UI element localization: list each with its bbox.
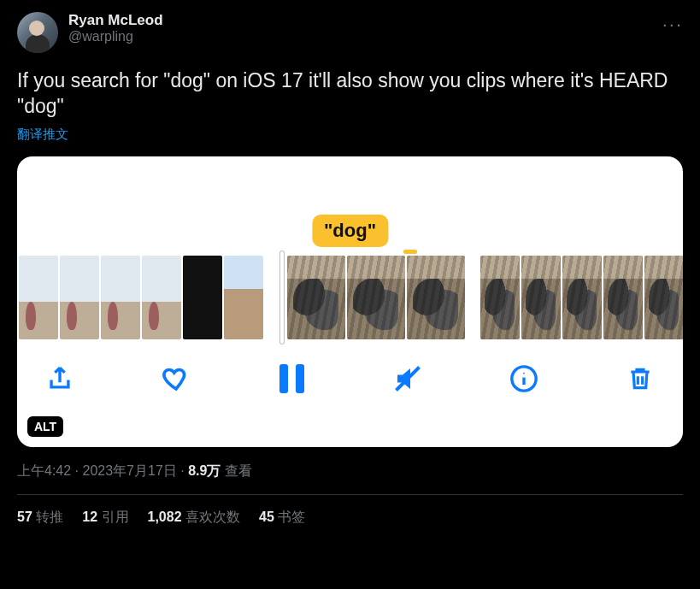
display-name: Ryan McLeod bbox=[68, 12, 662, 29]
tweet-header: Ryan McLeod @warpling ··· bbox=[17, 12, 683, 53]
trash-icon[interactable] bbox=[623, 362, 657, 396]
heart-icon[interactable] bbox=[159, 362, 193, 396]
video-timeline[interactable] bbox=[17, 256, 683, 339]
stat-bookmarks[interactable]: 45 书签 bbox=[259, 509, 305, 527]
thumbnail[interactable] bbox=[101, 256, 140, 339]
thumbnail[interactable] bbox=[407, 256, 465, 339]
pause-icon[interactable] bbox=[275, 362, 309, 396]
translate-link[interactable]: 翻译推文 bbox=[17, 127, 683, 143]
thumbnail[interactable] bbox=[19, 256, 58, 339]
tweet-container: Ryan McLeod @warpling ··· If you search … bbox=[0, 0, 700, 527]
author-names[interactable]: Ryan McLeod @warpling bbox=[68, 12, 662, 44]
mute-icon[interactable] bbox=[391, 362, 425, 396]
thumbnail[interactable] bbox=[603, 256, 643, 339]
stat-likes[interactable]: 1,082 喜欢次数 bbox=[148, 509, 241, 527]
meta-date[interactable]: 2023年7月17日 bbox=[82, 463, 176, 478]
thumbnail[interactable] bbox=[224, 256, 263, 339]
tweet-meta: 上午4:42 · 2023年7月17日 · 8.9万 查看 bbox=[17, 462, 683, 480]
caption-pill: "dog" bbox=[312, 215, 388, 247]
clip-group-2[interactable] bbox=[279, 256, 465, 339]
playhead[interactable] bbox=[280, 251, 284, 344]
tweet-stats: 57 转推 12 引用 1,082 喜欢次数 45 书签 bbox=[17, 495, 683, 527]
avatar[interactable] bbox=[17, 12, 58, 53]
clip-group-3[interactable] bbox=[480, 256, 683, 339]
meta-time[interactable]: 上午4:42 bbox=[17, 463, 71, 478]
thumbnail[interactable] bbox=[480, 256, 520, 339]
thumbnail[interactable] bbox=[183, 256, 222, 339]
media-card[interactable]: "dog" bbox=[17, 156, 683, 447]
clip-group-1[interactable] bbox=[19, 256, 263, 339]
handle: @warpling bbox=[68, 29, 662, 44]
views-value: 8.9万 bbox=[188, 463, 221, 478]
stat-retweets[interactable]: 57 转推 bbox=[17, 509, 63, 527]
alt-badge[interactable]: ALT bbox=[27, 416, 63, 437]
thumbnail[interactable] bbox=[142, 256, 181, 339]
views-label: 查看 bbox=[225, 463, 252, 478]
svg-point-3 bbox=[523, 373, 525, 374]
share-icon[interactable] bbox=[43, 362, 77, 396]
thumbnail[interactable] bbox=[521, 256, 561, 339]
media-top: "dog" bbox=[17, 156, 683, 256]
caption-marker bbox=[403, 250, 417, 254]
thumbnail[interactable] bbox=[644, 256, 683, 339]
thumbnail[interactable] bbox=[347, 256, 405, 339]
more-icon[interactable]: ··· bbox=[662, 12, 683, 36]
info-icon[interactable] bbox=[507, 362, 541, 396]
thumbnail[interactable] bbox=[60, 256, 99, 339]
thumbnail[interactable] bbox=[287, 256, 345, 339]
tweet-text: If you search for "dog" on iOS 17 it'll … bbox=[17, 68, 683, 120]
thumbnail[interactable] bbox=[562, 256, 602, 339]
media-toolbar bbox=[17, 339, 683, 396]
stat-quotes[interactable]: 12 引用 bbox=[82, 509, 128, 527]
